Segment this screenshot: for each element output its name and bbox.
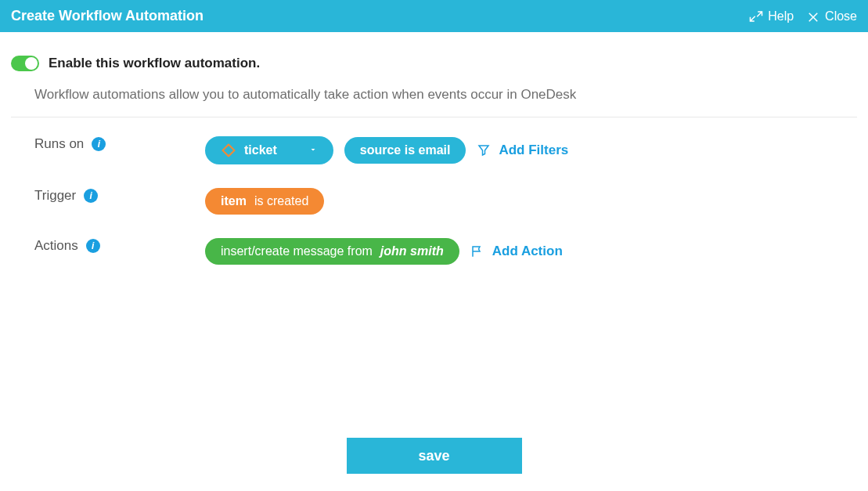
divider [11, 117, 857, 117]
filter-pill-label: source is email [360, 143, 451, 157]
close-label: Close [825, 9, 857, 23]
dialog-footer: save [0, 438, 868, 491]
trigger-predicate: is created [254, 194, 308, 208]
close-button[interactable]: Close [806, 9, 857, 23]
flag-icon [470, 244, 484, 258]
filter-pill[interactable]: source is email [344, 137, 466, 164]
description-text: Workflow automations allow you to automa… [34, 87, 834, 103]
actions-label: Actions [34, 238, 78, 254]
help-button[interactable]: Help [749, 9, 794, 23]
save-button[interactable]: save [347, 438, 522, 474]
trigger-label: Trigger [34, 188, 76, 204]
help-icon [749, 9, 763, 23]
item-type-dropdown[interactable]: ticket [205, 136, 333, 164]
item-type-value: ticket [244, 143, 277, 157]
add-filters-button[interactable]: Add Filters [477, 143, 568, 158]
runs-on-label-wrap: Runs on i [11, 136, 205, 152]
trigger-body: item is created [205, 188, 324, 215]
enable-label: Enable this workflow automation. [49, 56, 260, 71]
add-action-label: Add Action [492, 244, 563, 259]
info-icon[interactable]: i [86, 239, 100, 253]
enable-row: Enable this workflow automation. [11, 56, 857, 71]
dialog-content: Enable this workflow automation. Workflo… [0, 32, 868, 265]
dialog-title: Create Workflow Automation [11, 8, 203, 24]
add-filters-label: Add Filters [499, 143, 568, 158]
header-actions: Help Close [749, 9, 857, 23]
actions-row: Actions i insert/create message from joh… [11, 238, 857, 265]
runs-on-row: Runs on i ticket source is email Add Fil… [11, 136, 857, 164]
trigger-row: Trigger i item is created [11, 188, 857, 215]
add-action-button[interactable]: Add Action [470, 244, 563, 259]
action-pill[interactable]: insert/create message from john smith [205, 238, 459, 265]
chevron-down-icon [308, 143, 318, 157]
dialog-header: Create Workflow Automation Help Close [0, 0, 868, 32]
trigger-label-wrap: Trigger i [11, 188, 205, 204]
runs-on-body: ticket source is email Add Filters [205, 136, 568, 164]
trigger-pill[interactable]: item is created [205, 188, 324, 215]
actions-body: insert/create message from john smith Ad… [205, 238, 563, 265]
help-label: Help [768, 9, 794, 23]
runs-on-label: Runs on [34, 136, 84, 152]
trigger-subject: item [221, 194, 247, 208]
enable-toggle[interactable] [11, 56, 39, 71]
info-icon[interactable]: i [84, 189, 98, 203]
action-text: insert/create message from [221, 244, 373, 258]
info-icon[interactable]: i [92, 137, 106, 151]
action-user: john smith [380, 244, 444, 258]
close-icon [806, 9, 820, 23]
actions-label-wrap: Actions i [11, 238, 205, 254]
ticket-icon [221, 143, 236, 158]
filter-icon [477, 143, 491, 157]
